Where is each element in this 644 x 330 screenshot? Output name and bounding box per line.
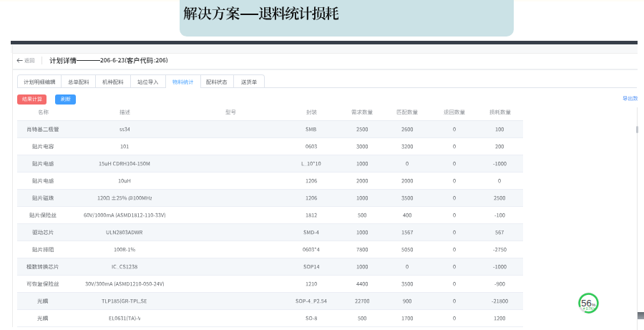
svg-text:%: % xyxy=(592,302,596,306)
svg-text:0.7K/s: 0.7K/s xyxy=(586,306,596,310)
